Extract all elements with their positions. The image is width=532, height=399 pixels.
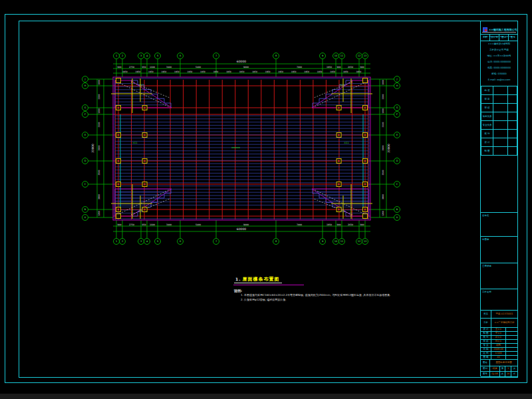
svg-text:900: 900 [336,223,340,226]
svg-text:7000: 7000 [297,223,302,226]
svg-text:900: 900 [117,66,121,68]
bottom-table-cell: 设 计 [481,328,491,331]
svg-text:1950: 1950 [265,70,271,73]
bottom-table-cell: 图号 [481,372,490,376]
svg-text:2650: 2650 [348,223,353,226]
svg-text:5: 5 [157,55,158,57]
svg-text:5400: 5400 [196,223,201,226]
svg-text:2: 2 [122,55,123,57]
svg-text:1600: 1600 [150,223,155,226]
address-line: 邮编: 030000 [481,71,517,77]
svg-text:900: 900 [360,223,364,226]
svg-text:3500: 3500 [382,170,384,175]
address-line: 电话: 0000-0000000 [481,59,517,65]
bottom-table-cell: 16 [505,372,511,376]
address-line: ×××建筑设计研究院 [481,41,517,47]
title-block: ××钢结构工程有限公司 STEEL STRUCTURE ENG. CO.,LTD… [480,21,517,376]
bottom-table-cell: ××厂房钢结构工程 [491,319,517,327]
svg-text:6: 6 [180,240,181,243]
svg-text:G: G [396,106,398,109]
svg-text:8: 8 [275,240,277,243]
approval-row: 项目负责 [481,112,517,121]
svg-text:950: 950 [142,66,146,68]
svg-text:3: 3 [140,240,142,243]
approval-row: 审 核 [481,104,517,112]
svg-text:1950: 1950 [317,70,323,73]
svg-text:3800: 3800 [382,194,384,200]
bottom-table-cell: 页 [511,366,517,371]
note-line-2: 2. 拉条采用φ12圆钢, 端部设置斜拉条. [241,298,287,301]
svg-text:1200: 1200 [98,211,100,216]
svg-text:1950: 1950 [330,70,335,73]
notes-label: 说明: [234,289,242,293]
svg-text:E: E [84,134,86,136]
svg-text:12: 12 [358,240,360,243]
svg-text:8: 8 [275,55,277,57]
bottom-table-cell: GJ-08 [490,372,500,376]
svg-text:3300: 3300 [98,94,100,99]
svg-text:5: 5 [157,240,158,243]
bottom-table-row: 图别结施第1页 [481,366,517,372]
section-divider [481,289,517,289]
bottom-table-cell: 李×× [491,332,506,335]
svg-text:1950: 1950 [135,70,140,73]
svg-text:9: 9 [322,55,323,57]
svg-text:1950: 1950 [252,70,257,73]
bottom-table-cell: 比 例 [481,352,491,355]
svg-text:2750: 2750 [129,223,134,226]
svg-text:7000: 7000 [297,66,302,68]
approval-row: 批 准 [481,86,517,95]
address-line: 地址: ××市××路99号 [481,53,517,59]
svg-text:33000: 33000 [91,144,94,153]
approval-row: 审 定 [481,95,517,104]
bottom-table-cell: 专 业 [481,344,491,347]
svg-text:6: 6 [180,55,181,57]
bottom-table-cell: 结构 [491,344,506,347]
section-divider [481,236,517,237]
svg-text:3100: 3100 [98,122,100,127]
bottom-table-cell: 图 幅 [481,356,491,359]
svg-text:12: 12 [358,55,360,57]
svg-text:1: 1 [116,55,117,57]
svg-text:F: F [84,113,86,116]
address-line: 传真: 0000-0000000 [481,65,517,71]
bottom-table-cell [506,352,517,355]
bottom-table-cell: 甲级 A1370001 [491,311,517,318]
bottom-table-cell: 工程 [481,319,491,327]
title-prefix: 1. [235,277,241,281]
bottom-table-cell: 屋面檩条布置图 [490,360,517,366]
svg-text:1950: 1950 [226,70,231,73]
bottom-table-cell: 资质 [481,311,491,318]
svg-text:H: H [84,84,86,87]
cad-drawing-sheet: 1122334455667788991010111112121313JJHHGG… [0,0,532,399]
svg-text:E: E [396,134,398,136]
svg-text:3300: 3300 [382,94,384,99]
bottom-table-cell: 图名 [481,360,490,366]
bottom-table-cell: 刘×× [491,340,506,343]
bottom-table-cell: 张×× [491,336,506,339]
plan-svg[interactable]: 1122334455667788991010111112121313JJHHGG… [0,0,532,399]
svg-text:1950: 1950 [239,70,245,73]
svg-text:1950: 1950 [304,70,309,73]
svg-text:1000: 1000 [98,108,100,114]
bottom-table-row: 工程××厂房钢结构工程 [481,319,517,328]
address-line: 工程设计证书 甲级 [481,47,517,53]
section-label: 会签栏 [482,214,489,217]
approval-row: 制 图 [481,147,517,156]
bottom-table-cell [506,340,517,343]
svg-text:33000: 33000 [387,144,390,153]
bottom-table-cell: 校 对 [481,336,491,339]
section-label: 工程名称 [482,291,491,293]
bottom-table-cell [506,332,517,335]
svg-text:900: 900 [117,223,121,226]
svg-text:1950: 1950 [162,70,167,73]
title-underline-magenta [233,285,304,285]
bottom-table-cell: 1:100 [491,352,506,355]
svg-text:13: 13 [364,240,366,243]
header-cells: 工程设计号图别图号 [481,34,517,41]
svg-text:10: 10 [334,240,337,243]
svg-text:1950: 1950 [327,66,332,68]
svg-text:1000: 1000 [98,80,100,85]
approval-row: 专业负责 [481,121,517,130]
svg-text:3400: 3400 [166,223,172,226]
